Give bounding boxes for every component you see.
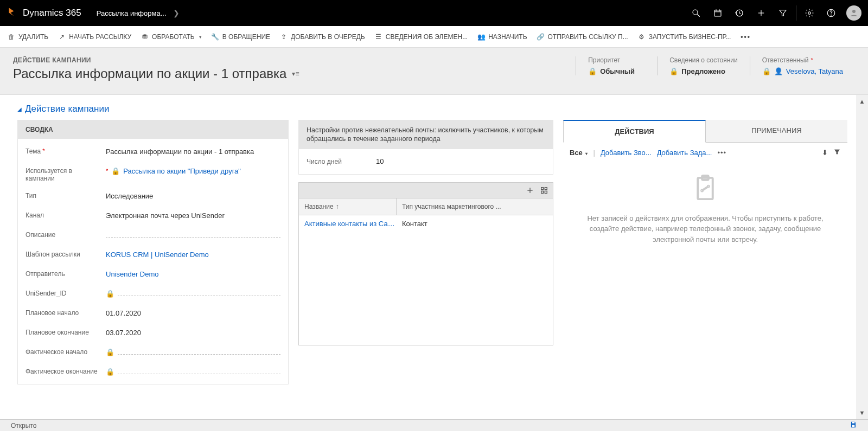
grid-view-icon[interactable] [540, 186, 548, 195]
svg-point-24 [708, 186, 709, 187]
cmd-more[interactable]: ••• [741, 33, 751, 41]
actual-end-value[interactable]: 🔒 [106, 366, 280, 377]
channel-value[interactable]: Электронная почта через UniSender [106, 209, 280, 221]
search-icon[interactable] [685, 0, 707, 26]
link-icon: 🔗 [537, 33, 545, 41]
title-menu-icon[interactable]: ▾≡ [292, 70, 299, 78]
funnel-icon[interactable] [833, 148, 841, 157]
vertical-scrollbar[interactable]: ▲ ▼ [856, 95, 868, 419]
section-title: Действие кампании [25, 104, 109, 114]
save-icon[interactable] [850, 421, 857, 430]
owner-label: Ответственный [762, 56, 809, 64]
cmd-assign[interactable]: 👥НАЗНАЧИТЬ [477, 33, 527, 41]
page-header: ДЕЙСТВИЕ КАМПАНИИ Рассылка информации по… [0, 48, 868, 95]
lock-icon: 🔒 [669, 67, 678, 75]
dynamics-logo-icon [7, 7, 16, 20]
svg-marker-9 [780, 10, 786, 16]
svg-point-23 [701, 190, 703, 191]
activities-more[interactable]: ••• [717, 149, 726, 157]
subgrid-col-name[interactable]: Название↑ [299, 198, 397, 215]
campaign-value[interactable]: Рассылка по акции "Приведи друга" [123, 167, 241, 175]
cmd-send-link[interactable]: 🔗ОТПРАВИТЬ ССЫЛКУ П... [537, 33, 628, 41]
cmd-delete[interactable]: 🗑УДАЛИТЬ [8, 33, 48, 41]
subject-value[interactable]: Рассылка информации по акции - 1 отправк… [106, 145, 280, 157]
summary-form: Тема* Рассылка информации по акции - 1 о… [18, 139, 288, 384]
cmd-process[interactable]: ⛃ОБРАБОТАТЬ▾ [141, 33, 202, 41]
planned-start-value[interactable]: 01.07.2020 [106, 307, 280, 319]
cmd-queue-label: ДОБАВИТЬ В ОЧЕРЕДЬ [291, 33, 365, 41]
planned-start-label: Плановое начало [25, 307, 101, 317]
subject-label: Тема [25, 148, 41, 155]
activity-tabs: ДЕЙСТВИЯ ПРИМЕЧАНИЯ [563, 120, 847, 143]
lock-icon: 🔒 [588, 67, 597, 75]
priority-value[interactable]: Обычный [600, 67, 635, 75]
entity-eyebrow: ДЕЙСТВИЕ КАМПАНИИ [13, 56, 565, 64]
planned-end-value[interactable]: 03.07.2020 [106, 326, 280, 338]
subgrid-row-name[interactable]: Активные контакты из Санк... [304, 220, 402, 228]
tab-activities[interactable]: ДЕЙСТВИЯ [563, 120, 706, 143]
required-icon: * [106, 168, 108, 174]
cmd-item-info[interactable]: ☰СВЕДЕНИЯ ОБ ЭЛЕМЕН... [375, 33, 468, 41]
scroll-down-icon[interactable]: ▼ [859, 409, 865, 416]
required-icon: * [42, 148, 44, 154]
actual-start-value[interactable]: 🔒 [106, 346, 280, 358]
type-label: Тип [25, 190, 101, 200]
caret-down-icon: ◢ [17, 106, 22, 112]
activities-panel: ДЕЙСТВИЯ ПРИМЕЧАНИЯ Все ▾ | Добавить Зво… [563, 120, 847, 384]
recent-icon[interactable] [729, 0, 750, 26]
caret-down-icon: ▾ [585, 151, 588, 156]
cmd-info-label: СВЕДЕНИЯ ОБ ЭЛЕМЕН... [386, 33, 468, 41]
chevron-right-icon[interactable]: ❯ [171, 9, 182, 17]
summary-head: СВОДКА [18, 120, 288, 139]
sender-value[interactable]: Unisender Demo [106, 268, 280, 280]
svg-rect-19 [545, 191, 547, 193]
clipboard-icon [692, 174, 719, 203]
scroll-up-icon[interactable]: ▲ [859, 98, 865, 105]
filter-icon[interactable] [772, 0, 794, 26]
add-icon[interactable] [750, 0, 772, 26]
add-call-link[interactable]: Добавить Зво... [601, 149, 652, 157]
status-value[interactable]: Предложено [681, 67, 725, 75]
user-avatar[interactable] [846, 5, 861, 21]
subgrid-row-type: Контакт [402, 220, 547, 228]
cmd-process-label: ОБРАБОТАТЬ [152, 33, 195, 41]
campaign-label: Используется в кампании [25, 167, 101, 182]
lock-icon: 🔒 [762, 67, 771, 75]
subgrid-col-type[interactable]: Тип участника маркетингового ... [397, 198, 553, 215]
tab-notes[interactable]: ПРИМЕЧАНИЯ [706, 120, 847, 142]
days-value[interactable]: 10 [376, 156, 545, 168]
help-icon[interactable] [820, 0, 842, 26]
main-area: ◢ Действие кампании СВОДКА Тема* Рассылк… [0, 95, 868, 419]
cmd-start-mailing[interactable]: ↗НАЧАТЬ РАССЫЛКУ [58, 33, 131, 41]
desc-value[interactable] [106, 229, 280, 241]
owner-value[interactable]: Veselova, Tatyana [786, 67, 843, 75]
desc-label: Описание [25, 229, 101, 239]
channel-label: Канал [25, 209, 101, 219]
unisenderid-value[interactable]: 🔒 [106, 287, 280, 299]
summary-panel: СВОДКА Тема* Рассылка информации по акци… [17, 120, 289, 384]
planned-end-label: Плановое окончание [25, 326, 101, 336]
actual-end-label: Фактическое окончание [25, 366, 101, 375]
section-campaign-activity[interactable]: ◢ Действие кампании [17, 100, 847, 120]
cmd-to-case[interactable]: 🔧В ОБРАЩЕНИЕ [212, 33, 270, 41]
add-task-link[interactable]: Добавить Зада... [657, 149, 712, 157]
nav-divider [796, 5, 796, 21]
template-value[interactable]: KORUS CRM | UniSender Demo [106, 248, 280, 260]
add-record-icon[interactable] [526, 186, 534, 195]
svg-rect-2 [714, 10, 721, 16]
task-icon[interactable] [707, 0, 729, 26]
expand-down-icon[interactable]: ⬇ [822, 149, 828, 157]
cmd-run-bp[interactable]: ⚙ЗАПУСТИТЬ БИЗНЕС-ПР... [638, 33, 731, 41]
template-label: Шаблон рассылки [25, 248, 101, 258]
type-value[interactable]: Исследование [106, 190, 280, 202]
actual-start-label: Фактическое начало [25, 346, 101, 356]
cmd-add-queue[interactable]: ⇪ДОБАВИТЬ В ОЧЕРЕДЬ [280, 33, 365, 41]
svg-marker-20 [834, 150, 839, 154]
activities-filter-all[interactable]: Все ▾ [570, 149, 588, 157]
trash-icon: 🗑 [8, 33, 15, 41]
subgrid-row[interactable]: Активные контакты из Санк... Контакт [299, 215, 553, 232]
settings-icon[interactable] [799, 0, 820, 26]
breadcrumb-current[interactable]: Рассылка информа... [92, 9, 171, 17]
svg-rect-25 [852, 422, 855, 424]
lock-icon: 🔒 [106, 348, 114, 356]
